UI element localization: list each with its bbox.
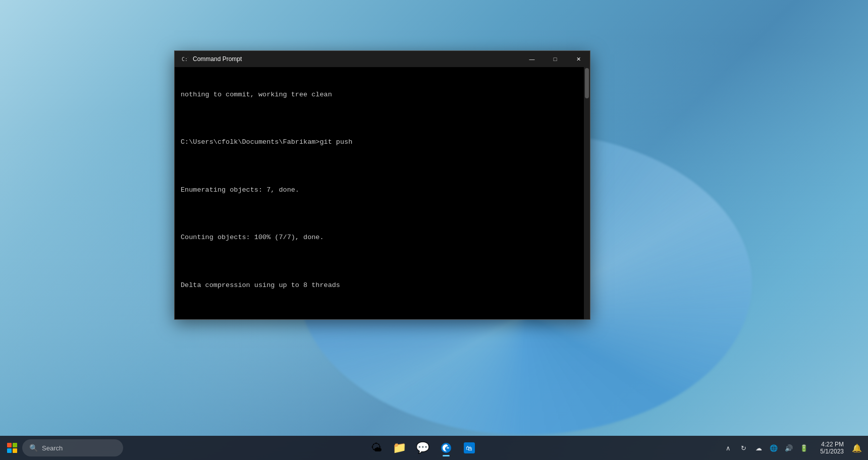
taskbar-icon-edge[interactable]: [436, 438, 456, 458]
taskbar-icon-file-explorer[interactable]: 📁: [390, 438, 410, 458]
taskbar-icon-widgets[interactable]: 🌤: [366, 438, 387, 458]
terminal-scrollbar[interactable]: [584, 67, 590, 319]
tray-refresh[interactable]: ↻: [736, 441, 750, 455]
tray-chevron[interactable]: ∧: [721, 441, 735, 455]
win-logo-q3: [7, 448, 12, 453]
taskbar-icon-store[interactable]: 🛍: [459, 438, 479, 458]
terminal-line: Enumerating objects: 7, done.: [181, 186, 578, 195]
clock-date: 5/1/2023: [820, 448, 844, 455]
file-explorer-icon: 📁: [393, 441, 406, 454]
tray-network[interactable]: 🌐: [767, 441, 781, 455]
close-button[interactable]: ✕: [567, 51, 590, 67]
terminal-output[interactable]: nothing to commit, working tree clean C:…: [175, 67, 584, 319]
scrollbar-thumb[interactable]: [585, 68, 589, 98]
start-button[interactable]: [4, 440, 20, 456]
battery-icon: 🔋: [800, 444, 808, 452]
maximize-button[interactable]: □: [544, 51, 567, 67]
windows-logo: [7, 443, 17, 453]
window-title-text: Command Prompt: [193, 55, 516, 63]
store-icon: 🛍: [464, 442, 475, 453]
system-tray: ∧ ↻ ☁ 🌐 🔊 🔋: [718, 441, 814, 455]
terminal-line: Delta compression using up to 8 threads: [181, 281, 578, 291]
cmd-window-icon: C:\: [181, 55, 189, 63]
win-logo-q2: [13, 443, 17, 447]
command-prompt-window: C:\ Command Prompt — □ ✕ nothing to comm…: [174, 50, 590, 320]
terminal-line: Counting objects: 100% (7/7), done.: [181, 233, 578, 243]
svg-text:C:\: C:\: [182, 56, 188, 62]
minimize-button[interactable]: —: [520, 51, 544, 67]
edge-icon: [441, 442, 452, 453]
win-logo-q4: [13, 448, 17, 453]
taskbar-right: ∧ ↻ ☁ 🌐 🔊 🔋 4:22 PM 5/1/2023 🔔: [718, 441, 864, 455]
taskbar-clock[interactable]: 4:22 PM 5/1/2023: [816, 441, 848, 455]
window-body: nothing to commit, working tree clean C:…: [175, 67, 590, 319]
terminal-line: nothing to commit, working tree clean: [181, 90, 578, 100]
taskbar-center: 🌤 📁 💬 🛍: [127, 438, 718, 458]
teams-icon: 💬: [416, 441, 429, 454]
tray-battery[interactable]: 🔋: [797, 441, 811, 455]
refresh-icon: ↻: [741, 444, 746, 452]
window-controls: — □ ✕: [520, 51, 590, 67]
taskbar-left: 🔍 Search: [4, 439, 123, 456]
terminal-line: C:\Users\cfolk\Documents\Fabrikam>git pu…: [181, 138, 578, 147]
notification-button[interactable]: 🔔: [850, 441, 864, 455]
volume-icon: 🔊: [785, 444, 793, 452]
window-titlebar: C:\ Command Prompt — □ ✕: [175, 51, 590, 67]
onedrive-icon: ☁: [755, 444, 762, 452]
taskbar-icon-teams[interactable]: 💬: [413, 438, 433, 458]
search-label: Search: [42, 444, 63, 452]
svg-text:🛍: 🛍: [466, 444, 472, 452]
clock-time: 4:22 PM: [821, 441, 844, 448]
tray-onedrive[interactable]: ☁: [751, 441, 766, 455]
taskbar: 🔍 Search 🌤 📁 💬 🛍: [0, 436, 868, 460]
tray-volume[interactable]: 🔊: [782, 441, 796, 455]
win-logo-q1: [7, 443, 12, 447]
chevron-icon: ∧: [726, 444, 731, 452]
notification-icon: 🔔: [852, 443, 862, 453]
taskbar-search-box[interactable]: 🔍 Search: [22, 439, 123, 456]
widgets-icon: 🌤: [371, 441, 382, 454]
search-icon: 🔍: [29, 444, 38, 452]
network-icon: 🌐: [770, 444, 778, 452]
